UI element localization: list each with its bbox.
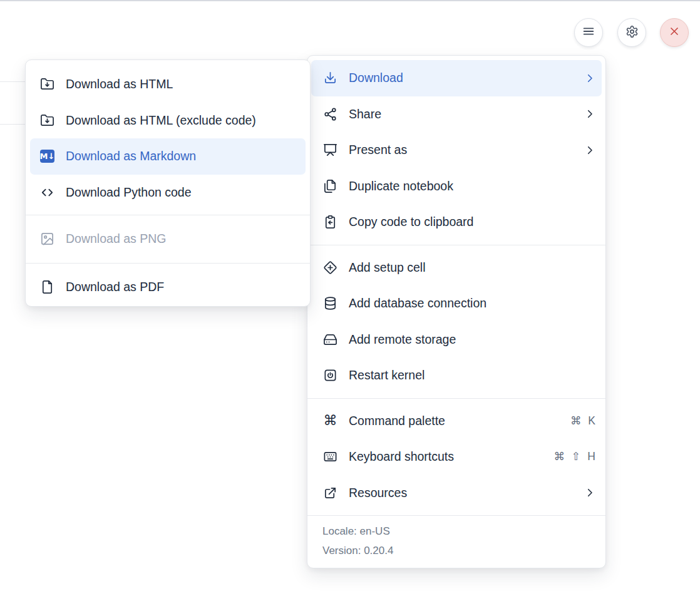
hard-drive-icon <box>323 332 337 347</box>
chevron-right-icon <box>584 145 595 156</box>
menu-item-download[interactable]: Download <box>311 60 602 96</box>
image-icon <box>40 232 54 246</box>
close-button[interactable] <box>660 18 689 47</box>
menu-footer: Locale: en-US Version: 0.20.4 <box>307 515 605 566</box>
chevron-right-icon <box>584 487 595 498</box>
download-icon <box>323 71 337 85</box>
menu-item-download-python-code[interactable]: Download Python code <box>26 175 310 211</box>
menu-item-add-remote-storage[interactable]: Add remote storage <box>307 322 605 358</box>
menu-section-help: ⌘ Command palette ⌘ K Keyboard shortcuts… <box>307 398 605 516</box>
clipboard-copy-icon <box>323 215 337 229</box>
keyboard-icon <box>323 449 337 464</box>
menu-item-label: Duplicate notebook <box>349 179 595 193</box>
menu-item-add-setup-cell[interactable]: Add setup cell <box>307 250 605 286</box>
menu-item-label: Present as <box>349 143 584 157</box>
submenu-section-documents: Download as HTML Download as HTML (exclu… <box>26 60 310 215</box>
locale-text: Locale: en-US <box>322 521 595 541</box>
hamburger-icon <box>582 24 595 41</box>
menu-item-label: Download as HTML <box>66 77 300 91</box>
diamond-plus-icon <box>323 260 337 275</box>
submenu-section-png: Download as PNG <box>26 215 310 263</box>
menu-item-label: Download as Markdown <box>66 149 299 163</box>
page-top-border <box>0 0 700 1</box>
gear-icon <box>625 25 639 41</box>
menu-item-label: Download <box>349 71 584 85</box>
database-icon <box>323 296 337 311</box>
version-text: Version: 0.20.4 <box>322 541 595 560</box>
menu-item-download-as-markdown[interactable]: M↓ Download as Markdown <box>30 138 306 175</box>
notebook-menu-button[interactable] <box>574 18 603 47</box>
code-brackets-icon <box>40 185 54 200</box>
menu-item-label: Restart kernel <box>349 368 595 382</box>
menu-item-download-as-html-exclude-code[interactable]: Download as HTML (exclude code) <box>26 103 310 139</box>
menu-item-label: Resources <box>349 486 584 500</box>
download-submenu: Download as HTML Download as HTML (exclu… <box>25 59 311 307</box>
chevron-right-icon <box>584 108 595 120</box>
menu-item-label: Download as PDF <box>66 280 300 294</box>
menu-item-label: Download as HTML (exclude code) <box>66 113 300 128</box>
shortcut-hint: ⌘ K <box>570 414 595 428</box>
menu-item-download-as-png: Download as PNG <box>26 221 310 257</box>
menu-item-label: Add setup cell <box>349 260 595 275</box>
command-icon: ⌘ <box>323 414 337 428</box>
background-rule-line <box>0 124 26 125</box>
menu-item-label: Command palette <box>349 414 570 428</box>
menu-item-label: Share <box>349 107 584 121</box>
menu-item-label: Add remote storage <box>349 332 595 347</box>
notebook-actions-menu: Download Share Present as <box>307 55 606 568</box>
menu-item-present-as[interactable]: Present as <box>307 132 605 168</box>
menu-item-download-as-pdf[interactable]: Download as PDF <box>26 269 310 305</box>
menu-item-keyboard-shortcuts[interactable]: Keyboard shortcuts ⌘ ⇧ H <box>307 439 605 475</box>
shortcut-hint: ⌘ ⇧ H <box>553 450 595 463</box>
chevron-right-icon <box>584 73 595 84</box>
menu-item-label: Download Python code <box>66 185 300 200</box>
menu-section-notebook: Download Share Present as <box>307 56 605 245</box>
square-power-icon <box>323 368 337 382</box>
menu-item-label: Keyboard shortcuts <box>349 449 553 464</box>
menu-item-download-as-html[interactable]: Download as HTML <box>26 66 310 103</box>
folder-down-icon <box>40 113 54 128</box>
duplicate-pages-icon <box>323 179 337 193</box>
background-rule-line <box>0 81 26 82</box>
menu-item-resources[interactable]: Resources <box>307 475 605 511</box>
settings-button[interactable] <box>617 18 646 47</box>
submenu-section-pdf: Download as PDF <box>26 263 310 311</box>
menu-item-share[interactable]: Share <box>307 96 605 133</box>
presentation-icon <box>323 143 337 157</box>
menu-item-label: Add database connection <box>349 296 595 311</box>
menu-item-restart-kernel[interactable]: Restart kernel <box>307 357 605 394</box>
menu-item-label: Download as PNG <box>66 232 300 246</box>
markdown-badge-icon: M↓ <box>40 149 54 163</box>
menu-item-copy-code-to-clipboard[interactable]: Copy code to clipboard <box>307 204 605 240</box>
menu-item-label: Copy code to clipboard <box>349 215 595 229</box>
file-icon <box>40 280 54 294</box>
menu-section-kernel: Add setup cell Add database connection A… <box>307 245 605 398</box>
external-link-icon <box>323 486 337 500</box>
menu-item-command-palette[interactable]: ⌘ Command palette ⌘ K <box>307 403 605 439</box>
share-icon <box>323 107 337 121</box>
menu-item-duplicate-notebook[interactable]: Duplicate notebook <box>307 168 605 205</box>
x-icon <box>668 25 681 40</box>
folder-down-icon <box>40 77 54 91</box>
menu-item-add-database-connection[interactable]: Add database connection <box>307 285 605 322</box>
